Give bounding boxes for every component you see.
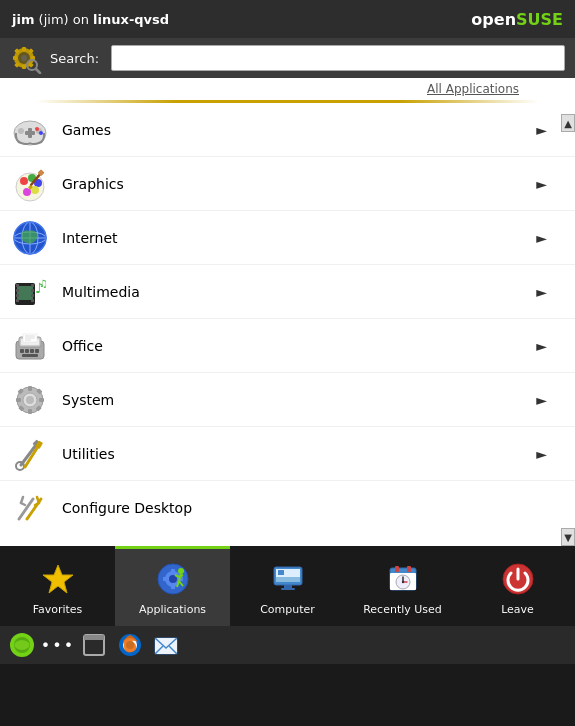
utilities-label: Utilities: [62, 446, 536, 462]
svg-rect-17: [25, 131, 35, 135]
svg-rect-55: [22, 354, 38, 357]
menu-item-multimedia[interactable]: ♪ ♫ Multimedia ►: [0, 265, 575, 319]
computer-label: Computer: [260, 603, 315, 616]
taskbar-recently-used[interactable]: Recently Used: [345, 546, 460, 626]
utilities-arrow: ►: [536, 446, 547, 462]
svg-line-78: [21, 503, 25, 505]
svg-rect-99: [276, 577, 300, 582]
menu-list: Games ► Graphics: [0, 100, 575, 530]
svg-rect-64: [39, 398, 44, 402]
svg-rect-4: [13, 56, 17, 60]
svg-rect-3: [22, 65, 26, 69]
computer-icon: [268, 559, 308, 599]
menu-item-graphics[interactable]: Graphics ►: [0, 157, 575, 211]
search-label: Search:: [50, 51, 99, 66]
on-text: on: [73, 12, 93, 27]
opensuse-logo: openSUSE: [471, 10, 563, 29]
bottom-bar: •••: [0, 626, 575, 664]
svg-rect-102: [281, 588, 295, 590]
svg-rect-88: [163, 577, 167, 581]
search-input[interactable]: [111, 45, 565, 71]
graphics-arrow: ►: [536, 176, 547, 192]
taskbar-leave[interactable]: Leave: [460, 546, 575, 626]
svg-rect-43: [31, 289, 34, 292]
menu-item-utilities[interactable]: Utilities ►: [0, 427, 575, 481]
svg-rect-87: [171, 585, 175, 589]
scroll-up-button[interactable]: ▲: [561, 114, 575, 132]
svg-rect-2: [22, 47, 26, 51]
opensuse-orb-button[interactable]: [8, 631, 36, 659]
graphics-label: Graphics: [62, 176, 536, 192]
opensuse-suse: SUSE: [516, 10, 563, 29]
system-arrow: ►: [536, 392, 547, 408]
firefox-button[interactable]: [116, 631, 144, 659]
taskbar: Favorites: [0, 546, 575, 626]
scroll-down-button[interactable]: ▼: [561, 528, 575, 546]
header: jim (jim) on linux-qvsd openSUSE: [0, 0, 575, 38]
svg-rect-39: [16, 289, 19, 292]
games-arrow: ►: [536, 122, 547, 138]
svg-rect-37: [17, 286, 33, 300]
taskbar-favorites[interactable]: Favorites: [0, 546, 115, 626]
svg-line-11: [36, 69, 40, 73]
menu-item-office[interactable]: Office ►: [0, 319, 575, 373]
configure-desktop-label: Configure Desktop: [62, 500, 567, 516]
svg-rect-42: [31, 284, 34, 287]
favorites-label: Favorites: [33, 603, 83, 616]
username: jim: [12, 12, 34, 27]
applications-icon: [153, 559, 193, 599]
multimedia-icon: ♪ ♫: [8, 270, 52, 314]
multimedia-arrow: ►: [536, 284, 547, 300]
svg-point-14: [18, 128, 24, 134]
utilities-icon: [8, 432, 52, 476]
office-arrow: ►: [536, 338, 547, 354]
svg-rect-115: [84, 635, 104, 640]
svg-rect-41: [16, 299, 19, 302]
menu-item-games[interactable]: Games ►: [0, 103, 575, 157]
svg-point-90: [178, 568, 184, 574]
games-label: Games: [62, 122, 536, 138]
username-paren: (jim): [39, 12, 73, 27]
internet-icon: [8, 216, 52, 260]
configure-desktop-icon: [8, 486, 52, 530]
multimedia-label: Multimedia: [62, 284, 536, 300]
svg-rect-63: [16, 398, 21, 402]
leave-label: Leave: [501, 603, 534, 616]
svg-point-110: [401, 581, 403, 583]
window-switcher[interactable]: [80, 631, 108, 659]
svg-rect-51: [20, 349, 24, 353]
games-icon: [8, 108, 52, 152]
svg-rect-61: [28, 386, 32, 391]
header-user-info: jim (jim) on linux-qvsd: [12, 12, 169, 27]
search-gear-icon: [10, 42, 42, 74]
svg-rect-44: [31, 294, 34, 297]
svg-text:♫: ♫: [39, 278, 48, 289]
menu-item-internet[interactable]: Internet ►: [0, 211, 575, 265]
recently-used-label: Recently Used: [363, 603, 442, 616]
taskbar-computer[interactable]: Computer: [230, 546, 345, 626]
internet-label: Internet: [62, 230, 536, 246]
favorites-icon: [38, 559, 78, 599]
dots-text: •••: [41, 636, 75, 655]
svg-point-18: [35, 127, 39, 131]
taskbar-applications[interactable]: Applications: [115, 546, 230, 626]
internet-arrow: ►: [536, 230, 547, 246]
svg-rect-52: [25, 349, 29, 353]
svg-point-21: [20, 177, 28, 185]
all-applications-link[interactable]: All Applications: [427, 82, 519, 96]
svg-rect-54: [35, 349, 39, 353]
svg-point-12: [21, 55, 27, 61]
opensuse-open: open: [471, 10, 516, 29]
hostname: linux-qvsd: [93, 12, 169, 27]
menu-item-configure-desktop[interactable]: Configure Desktop: [0, 481, 575, 530]
office-label: Office: [62, 338, 536, 354]
applications-label: Applications: [139, 603, 206, 616]
kontact-button[interactable]: [152, 631, 180, 659]
menu-item-system[interactable]: System ►: [0, 373, 575, 427]
svg-rect-62: [28, 409, 32, 414]
svg-rect-53: [30, 349, 34, 353]
search-gear-icon-area: [10, 42, 42, 74]
svg-point-19: [39, 131, 43, 135]
all-applications-bar: All Applications: [0, 78, 575, 100]
svg-rect-105: [395, 566, 399, 572]
